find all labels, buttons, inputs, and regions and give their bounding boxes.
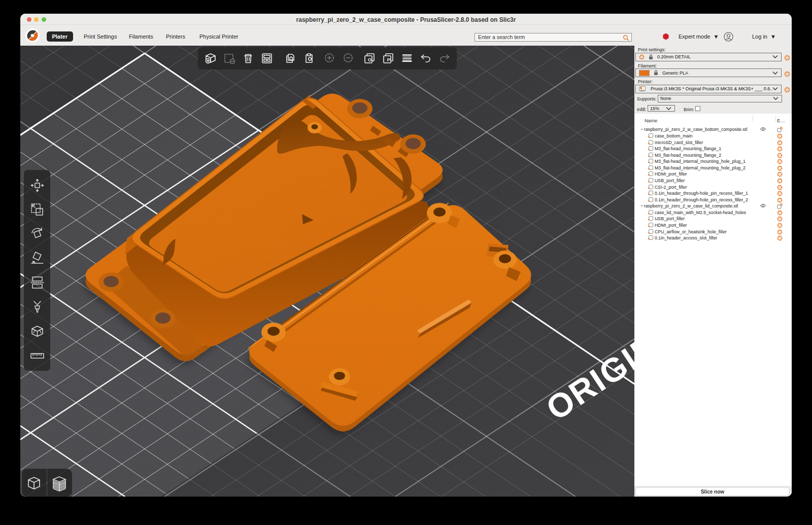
svg-text:O: O bbox=[368, 57, 371, 62]
svg-text:P: P bbox=[387, 57, 390, 62]
